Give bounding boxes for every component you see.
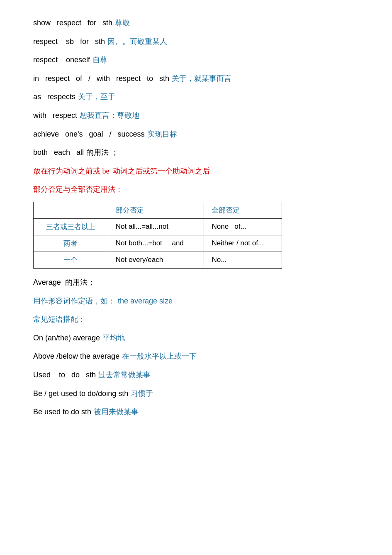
phrase-text: both each all (33, 146, 84, 159)
negation-table: 部分否定 全部否定 三者或三者以上 Not all...=all...not N… (33, 202, 282, 269)
phrase-translation: 因。。而敬重某人 (107, 35, 167, 48)
table-cell-row1-col1: 三者或三者以上 (34, 218, 108, 235)
table-cell-row3-col3: No... (204, 252, 282, 268)
red-line-2: 部分否定与全部否定用法： (33, 183, 359, 196)
phrase-translation: 关于，就某事而言 (172, 72, 231, 85)
table-row: 一个 Not every/each No... (34, 252, 282, 268)
phrase-line-3: respect oneself 自尊 (33, 54, 359, 66)
label-text: 常见短语搭配： (33, 313, 85, 326)
table-header-0 (34, 202, 108, 218)
phrase-line-1: show respect for sth 尊敬 (33, 17, 359, 29)
table-cell-row1-col2: Not all...=all...not (108, 218, 204, 235)
phrase-text: Above /below the average (33, 350, 119, 363)
table-row: 两者 Not both...=bot and Neither / not of.… (34, 235, 282, 252)
average-adj-desc: 用作形容词作定语，如： the average size (33, 295, 359, 308)
phrase-translation: 过去常常做某事 (98, 369, 151, 381)
phrase-translation: 关于，至于 (78, 90, 115, 103)
phrase-translation: 在一般水平以上或一下 (122, 350, 197, 363)
phrase-translation: 平均地 (102, 332, 125, 345)
table-cell-row2-col3: Neither / not of... (204, 235, 282, 252)
phrase-text: as respects (33, 90, 75, 103)
table-header-2: 全部否定 (204, 202, 282, 218)
phrase-text: Used to do sth (33, 369, 96, 381)
phrase-text-cn: 的用法 (86, 146, 109, 159)
common-phrases-label: 常见短语搭配： (33, 313, 359, 326)
phrase-line-6: with respect 恕我直言；尊敬地 (33, 109, 359, 122)
phrase-translation: 恕我直言；尊敬地 (80, 109, 139, 122)
phrase-text: show respect for sth (33, 17, 112, 29)
phrase-line-8: both each all 的用法 ； (33, 146, 359, 159)
phrase-text: ； (111, 146, 119, 159)
phrase-translation: 被用来做某事 (94, 406, 139, 418)
phrase-translation: 习惯于 (131, 387, 153, 400)
phrase-translation: 实现目标 (147, 128, 177, 141)
phrase-be-used-to-do: Be used to do sth 被用来做某事 (33, 406, 359, 418)
phrase-used-to: Used to do sth 过去常常做某事 (33, 369, 359, 381)
phrase-text: Average (33, 276, 61, 289)
average-title: Average 的用法； (33, 276, 359, 289)
phrase-line-2: respect sb for sth 因。。而敬重某人 (33, 35, 359, 48)
phrase-text: achieve one's goal / success (33, 128, 145, 141)
phrase-text: Be / get used to do/doing sth (33, 387, 128, 400)
phrase-cn: 的用法； (63, 276, 95, 289)
phrase-above-below: Above /below the average 在一般水平以上或一下 (33, 350, 359, 363)
table-cell-row1-col3: None of... (204, 218, 282, 235)
content-area: show respect for sth 尊敬 respect sb for s… (33, 17, 359, 418)
phrase-text: in respect of / with respect to sth (33, 72, 169, 85)
table-cell-row2-col1: 两者 (34, 235, 108, 252)
table-cell-row3-col2: Not every/each (108, 252, 204, 268)
table-cell-row3-col1: 一个 (34, 252, 108, 268)
phrase-text: Be used to do sth (33, 406, 91, 418)
phrase-text: On (an/the) average (33, 332, 100, 345)
table-header-1: 部分否定 (108, 202, 204, 218)
phrase-line-5: as respects 关于，至于 (33, 90, 359, 103)
table-row: 三者或三者以上 Not all...=all...not None of... (34, 218, 282, 235)
red-line-1: 放在行为动词之前或 be 动词之后或第一个助动词之后 (33, 165, 359, 178)
example-text: the average size (118, 295, 173, 308)
table-cell-row2-col2: Not both...=bot and (108, 235, 204, 252)
phrase-text: respect oneself (33, 54, 90, 66)
phrase-text: with respect (33, 109, 77, 122)
phrase-on-average: On (an/the) average 平均地 (33, 332, 359, 345)
phrase-line-4: in respect of / with respect to sth 关于，就… (33, 72, 359, 85)
desc-text: 用作形容词作定语，如： (33, 295, 115, 308)
phrase-text: respect sb for sth (33, 35, 105, 48)
phrase-be-get-used-to: Be / get used to do/doing sth 习惯于 (33, 387, 359, 400)
phrase-line-7: achieve one's goal / success 实现目标 (33, 128, 359, 141)
phrase-translation: 自尊 (93, 54, 107, 66)
phrase-translation: 尊敬 (115, 17, 130, 29)
